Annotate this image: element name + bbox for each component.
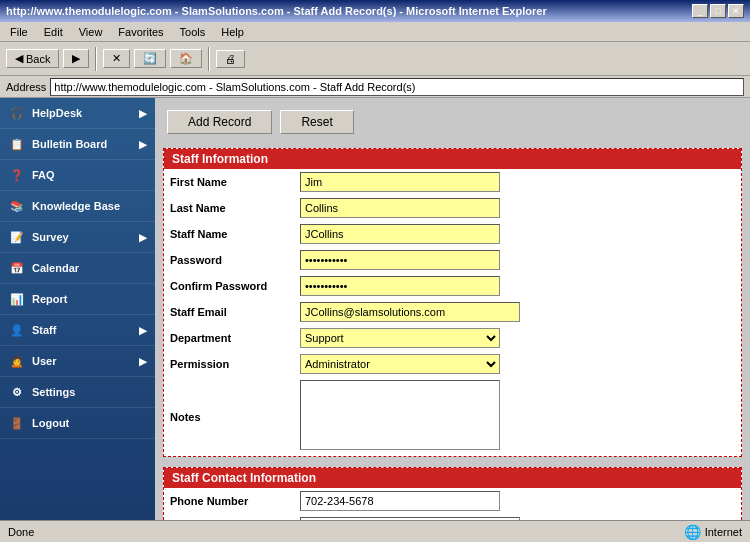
- user-arrow: ▶: [139, 356, 147, 367]
- sidebar-item-faq[interactable]: ❓ FAQ: [0, 160, 155, 191]
- table-row: Notes: [164, 377, 741, 456]
- notes-label: Notes: [164, 377, 294, 456]
- table-row: First Name: [164, 169, 741, 195]
- title-bar: http://www.themodulelogic.com - SlamSolu…: [0, 0, 750, 22]
- menu-view[interactable]: View: [73, 25, 109, 39]
- table-row: Staff Name: [164, 221, 741, 247]
- department-select[interactable]: Support Sales IT: [300, 328, 500, 348]
- globe-icon: 🌐: [684, 524, 701, 540]
- forward-button[interactable]: ▶: [63, 49, 89, 68]
- last-name-input[interactable]: [300, 198, 500, 218]
- user-icon: 🙍: [8, 352, 26, 370]
- sidebar-label-helpdesk: HelpDesk: [32, 107, 82, 119]
- menu-favorites[interactable]: Favorites: [112, 25, 169, 39]
- table-row: Staff Email: [164, 299, 741, 325]
- knowledge-base-icon: 📚: [8, 197, 26, 215]
- survey-arrow: ▶: [139, 232, 147, 243]
- department-label: Department: [164, 325, 294, 351]
- main-layout: 🎧 HelpDesk ▶ 📋 Bulletin Board ▶ ❓ FAQ 📚 …: [0, 98, 750, 520]
- status-text: Done: [8, 526, 34, 538]
- staff-info-table: First Name Last Name Staff Name Password…: [164, 169, 741, 456]
- staff-email-input[interactable]: [300, 302, 520, 322]
- close-button[interactable]: ✕: [728, 4, 744, 18]
- sidebar-item-knowledge-base[interactable]: 📚 Knowledge Base: [0, 191, 155, 222]
- home-button[interactable]: 🏠: [170, 49, 202, 68]
- password-label: Password: [164, 247, 294, 273]
- sidebar: 🎧 HelpDesk ▶ 📋 Bulletin Board ▶ ❓ FAQ 📚 …: [0, 98, 155, 520]
- internet-label: Internet: [705, 526, 742, 538]
- add-record-button-top[interactable]: Add Record: [167, 110, 272, 134]
- sidebar-item-helpdesk[interactable]: 🎧 HelpDesk ▶: [0, 98, 155, 129]
- sidebar-item-logout[interactable]: 🚪 Logout: [0, 408, 155, 439]
- table-row: Street: [164, 514, 741, 520]
- permission-label: Permission: [164, 351, 294, 377]
- back-button[interactable]: ◀ Back: [6, 49, 59, 68]
- menu-help[interactable]: Help: [215, 25, 250, 39]
- password-input[interactable]: [300, 250, 500, 270]
- address-bar: Address: [0, 76, 750, 98]
- sidebar-label-logout: Logout: [32, 417, 69, 429]
- back-arrow-icon: ◀: [15, 52, 23, 65]
- staff-info-section: Staff Information First Name Last Name S…: [163, 148, 742, 457]
- street-label: Street: [164, 514, 294, 520]
- staff-contact-section: Staff Contact Information Phone Number S…: [163, 467, 742, 520]
- sidebar-label-settings: Settings: [32, 386, 75, 398]
- print-button[interactable]: 🖨: [216, 50, 245, 68]
- permission-select[interactable]: Administrator Staff User: [300, 354, 500, 374]
- sidebar-label-user: User: [32, 355, 56, 367]
- minimize-button[interactable]: _: [692, 4, 708, 18]
- toolbar-separator2: [208, 47, 210, 71]
- staff-arrow: ▶: [139, 325, 147, 336]
- street-input[interactable]: [300, 517, 520, 520]
- table-row: Phone Number: [164, 488, 741, 514]
- phone-label: Phone Number: [164, 488, 294, 514]
- sidebar-item-survey[interactable]: 📝 Survey ▶: [0, 222, 155, 253]
- menu-tools[interactable]: Tools: [174, 25, 212, 39]
- stop-button[interactable]: ✕: [103, 49, 130, 68]
- table-row: Confirm Password: [164, 273, 741, 299]
- content-area: Add Record Reset Staff Information First…: [155, 98, 750, 520]
- first-name-input[interactable]: [300, 172, 500, 192]
- staff-contact-table: Phone Number Street City State Country: [164, 488, 741, 520]
- reset-button-top[interactable]: Reset: [280, 110, 353, 134]
- status-right: 🌐 Internet: [684, 524, 742, 540]
- sidebar-label-report: Report: [32, 293, 67, 305]
- faq-icon: ❓: [8, 166, 26, 184]
- phone-input[interactable]: [300, 491, 500, 511]
- sidebar-item-staff[interactable]: 👤 Staff ▶: [0, 315, 155, 346]
- window-controls: _ □ ✕: [692, 4, 744, 18]
- maximize-button[interactable]: □: [710, 4, 726, 18]
- address-input[interactable]: [50, 78, 744, 96]
- sidebar-label-bulletin-board: Bulletin Board: [32, 138, 107, 150]
- status-bar: Done 🌐 Internet: [0, 520, 750, 542]
- sidebar-item-calendar[interactable]: 📅 Calendar: [0, 253, 155, 284]
- sidebar-item-settings[interactable]: ⚙ Settings: [0, 377, 155, 408]
- table-row: Password: [164, 247, 741, 273]
- confirm-password-input[interactable]: [300, 276, 500, 296]
- table-row: Last Name: [164, 195, 741, 221]
- sidebar-item-report[interactable]: 📊 Report: [0, 284, 155, 315]
- staff-name-input[interactable]: [300, 224, 500, 244]
- toolbar: ◀ Back ▶ ✕ 🔄 🏠 🖨: [0, 42, 750, 76]
- menu-bar: File Edit View Favorites Tools Help: [0, 22, 750, 42]
- sidebar-item-user[interactable]: 🙍 User ▶: [0, 346, 155, 377]
- calendar-icon: 📅: [8, 259, 26, 277]
- menu-edit[interactable]: Edit: [38, 25, 69, 39]
- menu-file[interactable]: File: [4, 25, 34, 39]
- sidebar-label-faq: FAQ: [32, 169, 55, 181]
- sidebar-item-bulletin-board[interactable]: 📋 Bulletin Board ▶: [0, 129, 155, 160]
- sidebar-label-survey: Survey: [32, 231, 69, 243]
- survey-icon: 📝: [8, 228, 26, 246]
- report-icon: 📊: [8, 290, 26, 308]
- helpdesk-arrow: ▶: [139, 108, 147, 119]
- notes-textarea[interactable]: [300, 380, 500, 450]
- last-name-label: Last Name: [164, 195, 294, 221]
- window-title: http://www.themodulelogic.com - SlamSolu…: [6, 5, 547, 17]
- refresh-button[interactable]: 🔄: [134, 49, 166, 68]
- first-name-label: First Name: [164, 169, 294, 195]
- logout-icon: 🚪: [8, 414, 26, 432]
- staff-contact-header: Staff Contact Information: [164, 468, 741, 488]
- bulletin-board-icon: 📋: [8, 135, 26, 153]
- bulletin-board-arrow: ▶: [139, 139, 147, 150]
- confirm-password-label: Confirm Password: [164, 273, 294, 299]
